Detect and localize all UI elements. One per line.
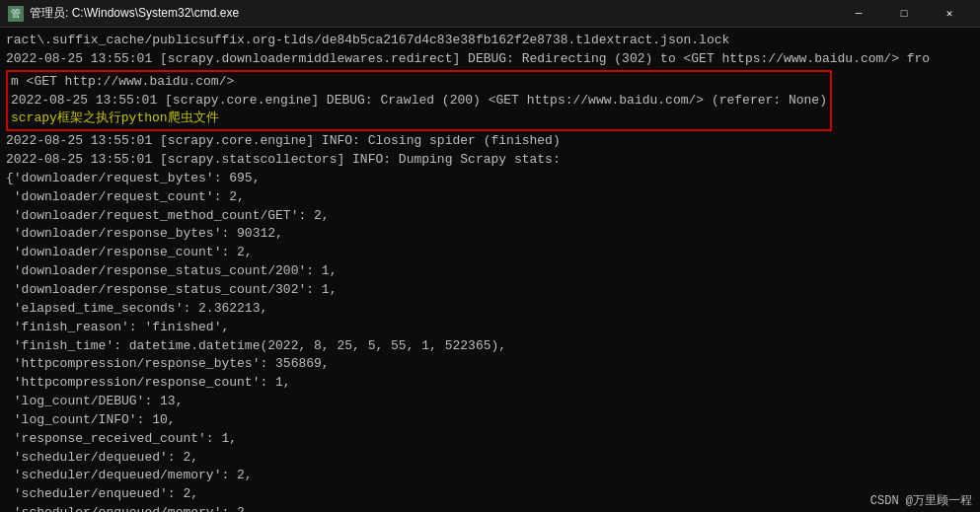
window-title: 管理员: C:\Windows\System32\cmd.exe: [30, 5, 239, 22]
terminal-line-6: 2022-08-25 13:55:01 [scrapy.statscollect…: [6, 151, 974, 170]
terminal-line-0: ract\.suffix_cache/publicsuffix.org-tlds…: [6, 32, 974, 50]
minimize-button[interactable]: ─: [836, 0, 881, 28]
terminal-line-1: 2022-08-25 13:55:01 [scrapy.downloadermi…: [6, 50, 974, 69]
terminal-line-13: 'downloader/response_status_count/302': …: [6, 281, 974, 300]
terminal-line-20: 'log_count/INFO': 10,: [6, 411, 974, 430]
terminal-line-4: scrapy框架之执行python爬虫文件: [11, 110, 827, 128]
terminal-line-24: 'scheduler/enqueued': 2,: [6, 485, 974, 504]
terminal-line-25: 'scheduler/enqueued/memory': 2,: [6, 504, 974, 512]
highlight-region: m <GET http://www.baidu.com/> 2022-08-25…: [6, 70, 832, 132]
terminal-line-9: 'downloader/request_method_count/GET': 2…: [6, 207, 974, 226]
terminal-line-12: 'downloader/response_status_count/200': …: [6, 262, 974, 281]
terminal-line-11: 'downloader/response_count': 2,: [6, 244, 974, 262]
titlebar-left: 管 管理员: C:\Windows\System32\cmd.exe: [8, 5, 239, 22]
terminal-line-21: 'response_received_count': 1,: [6, 430, 974, 449]
terminal-line-14: 'elapsed_time_seconds': 2.362213,: [6, 300, 974, 319]
terminal-body: ract\.suffix_cache/publicsuffix.org-tlds…: [0, 28, 980, 512]
terminal-line-19: 'log_count/DEBUG': 13,: [6, 393, 974, 411]
terminal-line-18: 'httpcompression/response_count': 1,: [6, 374, 974, 393]
terminal-line-23: 'scheduler/dequeued/memory': 2,: [6, 467, 974, 485]
terminal-line-10: 'downloader/response_bytes': 90312,: [6, 225, 974, 244]
terminal-line-5: 2022-08-25 13:55:01 [scrapy.core.engine]…: [6, 132, 974, 151]
terminal-line-15: 'finish_reason': 'finished',: [6, 319, 974, 337]
terminal-line-8: 'downloader/request_count': 2,: [6, 188, 974, 207]
terminal-line-16: 'finish_time': datetime.datetime(2022, 8…: [6, 337, 974, 356]
terminal-line-2: m <GET http://www.baidu.com/>: [11, 73, 827, 92]
terminal-line-3: 2022-08-25 13:55:01 [scrapy.core.engine]…: [11, 92, 827, 110]
titlebar: 管 管理员: C:\Windows\System32\cmd.exe ─ □ ✕: [0, 0, 980, 28]
terminal-line-17: 'httpcompression/response_bytes': 356869…: [6, 355, 974, 374]
watermark: CSDN @万里顾一程: [863, 491, 980, 512]
terminal-line-7: {'downloader/request_bytes': 695,: [6, 170, 974, 188]
terminal-line-22: 'scheduler/dequeued': 2,: [6, 449, 974, 468]
maximize-button[interactable]: □: [881, 0, 927, 28]
window-controls: ─ □ ✕: [836, 0, 972, 28]
close-button[interactable]: ✕: [927, 0, 972, 28]
cmd-icon: 管: [8, 6, 24, 22]
